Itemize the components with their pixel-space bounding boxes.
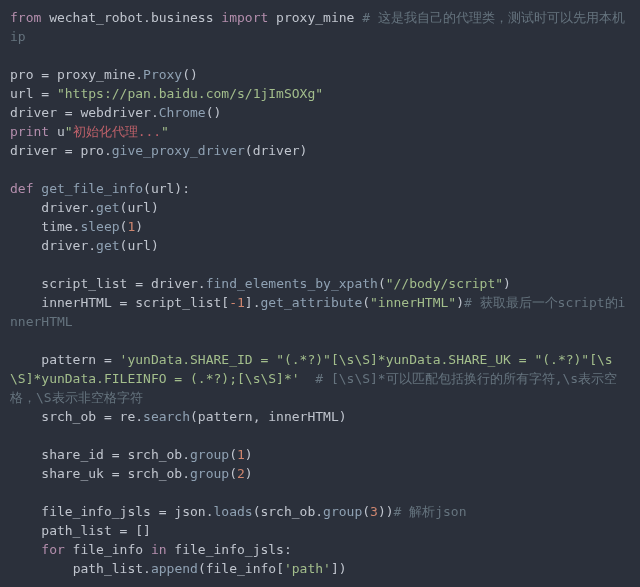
code-line: driver = pro.give_proxy_driver(driver) [10,143,307,158]
code-line: from wechat_robot.business import proxy_… [10,10,625,44]
code-line: for file_info in file_info_jsls: [10,542,292,557]
code-line: file_info_jsls = json.loads(srch_ob.grou… [10,504,467,519]
code-line: driver.get(url) [10,238,159,253]
code-line: pattern = 'yunData.SHARE_ID = "(.*?)"[\s… [10,352,617,405]
code-line: time.sleep(1) [10,219,143,234]
code-line: share_uk = srch_ob.group(2) [10,466,253,481]
code-line: path_list.append(file_info['path']) [10,561,347,576]
code-line: url = "https://pan.baidu.com/s/1jImSOXg" [10,86,323,101]
code-line: share_id = srch_ob.group(1) [10,447,253,462]
code-line: srch_ob = re.search(pattern, innerHTML) [10,409,347,424]
code-line: path_list = [] [10,523,151,538]
code-line: pro = proxy_mine.Proxy() [10,67,198,82]
code-line: driver = webdriver.Chrome() [10,105,221,120]
code-line: print u"初始化代理..." [10,124,169,139]
code-line: script_list = driver.find_elements_by_xp… [10,276,511,291]
code-line: def get_file_info(url): [10,181,190,196]
code-line: innerHTML = script_list[-1].get_attribut… [10,295,625,329]
code-block: from wechat_robot.business import proxy_… [10,8,630,578]
code-line: driver.get(url) [10,200,159,215]
